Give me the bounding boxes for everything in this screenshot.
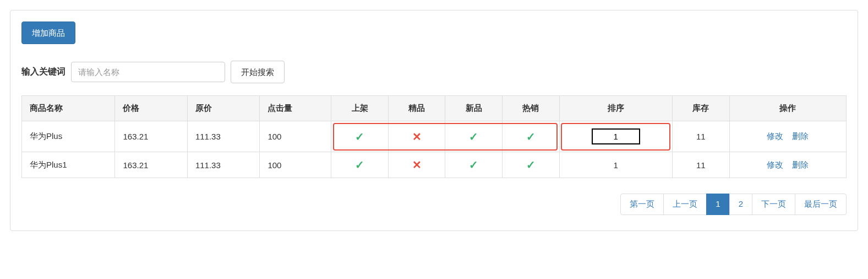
cell-on-shelf: ✓ <box>331 121 389 152</box>
cell-featured: ✕ <box>388 121 445 152</box>
sort-input[interactable] <box>592 128 640 144</box>
cell-new: ✓ <box>445 121 503 152</box>
cell-action: 修改删除 <box>729 121 847 152</box>
cell-stock: 11 <box>672 121 729 152</box>
search-row: 输入关键词 开始搜索 <box>21 61 847 83</box>
search-button[interactable]: 开始搜索 <box>231 61 285 83</box>
check-icon[interactable]: ✓ <box>526 159 536 170</box>
page-prev[interactable]: 上一页 <box>663 194 707 215</box>
col-stock: 库存 <box>672 96 729 121</box>
page-last[interactable]: 最后一页 <box>795 194 847 215</box>
product-panel: 增加商品 输入关键词 开始搜索 商品名称 价格 原价 点击量 上架 精品 新品 … <box>10 10 858 231</box>
cross-icon[interactable]: ✕ <box>412 159 422 170</box>
page-number[interactable]: 2 <box>729 194 752 215</box>
cell-on-shelf: ✓ <box>331 152 389 178</box>
cell-sort: 1 <box>559 152 672 178</box>
page-next[interactable]: 下一页 <box>752 194 795 215</box>
table-header-row: 商品名称 价格 原价 点击量 上架 精品 新品 热销 排序 库存 操作 <box>22 96 847 121</box>
cell-orig-price: 111.33 <box>187 152 259 178</box>
cell-price: 163.21 <box>115 121 187 152</box>
cell-orig-price: 111.33 <box>187 121 259 152</box>
col-name: 商品名称 <box>22 96 115 121</box>
check-icon[interactable]: ✓ <box>469 159 478 170</box>
edit-link[interactable]: 修改 <box>767 160 783 169</box>
delete-link[interactable]: 删除 <box>792 131 809 141</box>
cell-featured: ✕ <box>388 152 445 178</box>
cell-hot: ✓ <box>502 152 559 178</box>
delete-link[interactable]: 删除 <box>792 160 809 169</box>
cell-price: 163.21 <box>115 152 187 178</box>
pagination: 第一页上一页12下一页最后一页 <box>21 194 847 215</box>
cell-new: ✓ <box>445 152 503 178</box>
table-row: 华为Plus163.21111.33100✓✕✓✓11修改删除 <box>22 121 847 152</box>
cell-clicks: 100 <box>260 152 331 178</box>
edit-link[interactable]: 修改 <box>767 131 783 141</box>
col-clicks: 点击量 <box>260 96 331 121</box>
search-label: 输入关键词 <box>21 66 65 78</box>
product-table: 商品名称 价格 原价 点击量 上架 精品 新品 热销 排序 库存 操作 华为Pl… <box>21 95 847 178</box>
col-on-shelf: 上架 <box>331 96 389 121</box>
search-input[interactable] <box>71 62 225 82</box>
cell-hot: ✓ <box>502 121 559 152</box>
table-row: 华为Plus1163.21111.33100✓✕✓✓111修改删除 <box>22 152 847 178</box>
col-action: 操作 <box>729 96 847 121</box>
col-featured: 精品 <box>388 96 445 121</box>
col-orig-price: 原价 <box>187 96 259 121</box>
col-new: 新品 <box>445 96 503 121</box>
cell-action: 修改删除 <box>729 152 847 178</box>
check-icon[interactable]: ✓ <box>355 159 364 170</box>
check-icon[interactable]: ✓ <box>526 131 536 142</box>
col-hot: 热销 <box>502 96 559 121</box>
cell-name: 华为Plus1 <box>22 152 115 178</box>
check-icon[interactable]: ✓ <box>355 131 364 142</box>
cell-clicks: 100 <box>260 121 331 152</box>
add-product-button[interactable]: 增加商品 <box>21 22 75 44</box>
page-number[interactable]: 1 <box>706 194 729 215</box>
cell-name: 华为Plus <box>22 121 115 152</box>
cross-icon[interactable]: ✕ <box>412 131 422 142</box>
cell-stock: 11 <box>672 152 729 178</box>
cell-sort <box>559 121 672 152</box>
page-first[interactable]: 第一页 <box>620 194 664 215</box>
sort-value[interactable]: 1 <box>605 160 627 170</box>
col-sort: 排序 <box>559 96 672 121</box>
check-icon[interactable]: ✓ <box>469 131 478 142</box>
col-price: 价格 <box>115 96 187 121</box>
